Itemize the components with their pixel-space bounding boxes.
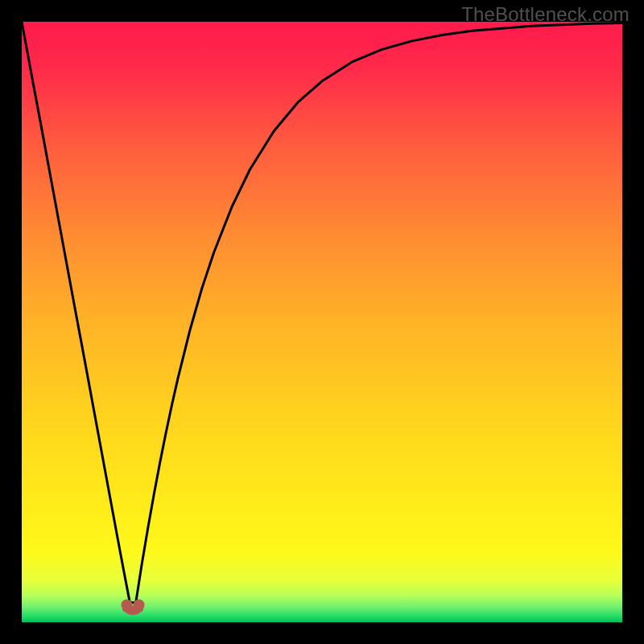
attribution-label: TheBottleneck.com — [461, 3, 630, 26]
optimum-knob-left — [122, 599, 133, 610]
bottleneck-curve-chart — [22, 22, 622, 622]
gradient-background — [22, 22, 622, 622]
chart-frame: TheBottleneck.com — [0, 0, 644, 644]
optimum-knob-right — [134, 599, 145, 610]
